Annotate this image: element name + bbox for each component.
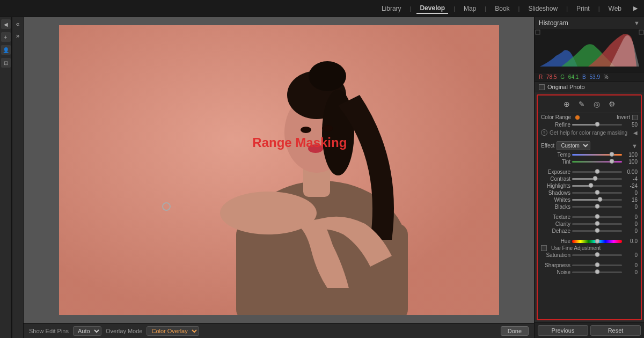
clarity-track[interactable] xyxy=(572,223,622,225)
nav-book[interactable]: Book xyxy=(492,4,513,13)
refine-thumb[interactable] xyxy=(595,122,599,127)
texture-track[interactable] xyxy=(572,216,622,218)
whites-row: Whites 16 xyxy=(538,196,641,203)
hue-thumb[interactable] xyxy=(595,239,599,244)
g-label: G xyxy=(560,74,565,80)
refine-value: 50 xyxy=(624,122,638,128)
exposure-track[interactable] xyxy=(572,171,622,173)
color-range-icon[interactable]: ◎ xyxy=(592,99,601,109)
contrast-thumb[interactable] xyxy=(592,176,597,181)
previous-button[interactable]: Previous xyxy=(538,325,588,336)
show-edit-pins-dropdown[interactable]: Auto xyxy=(73,326,101,336)
collapse-icon[interactable]: » xyxy=(13,31,23,41)
sharpness-value: 0 xyxy=(624,262,638,268)
hue-track[interactable] xyxy=(572,240,622,243)
settings-icon[interactable]: ⚙ xyxy=(608,99,617,109)
temp-row: Temp 100 xyxy=(538,151,641,158)
temp-track[interactable] xyxy=(572,154,622,156)
dehaze-row: Dehaze 0 xyxy=(538,227,641,234)
nav-sep-3: | xyxy=(485,5,486,12)
whites-track[interactable] xyxy=(572,199,622,201)
fine-adj-checkbox[interactable] xyxy=(541,245,547,251)
highlights-value: -24 xyxy=(624,183,638,189)
sharpness-thumb[interactable] xyxy=(595,262,599,267)
dehaze-value: 0 xyxy=(624,228,638,234)
whites-thumb[interactable] xyxy=(598,197,603,202)
saturation-label: Saturation xyxy=(541,252,570,258)
nav-slideshow[interactable]: Slideshow xyxy=(525,4,561,13)
shadows-track[interactable] xyxy=(572,192,622,194)
left-sidebar: ◀ + 👤 ⊡ xyxy=(0,17,12,338)
nav-develop[interactable]: Develop xyxy=(416,3,448,14)
nav-arrow-icon: ▶ xyxy=(633,5,638,12)
tint-thumb[interactable] xyxy=(610,159,614,164)
sidebar-add-btn[interactable]: + xyxy=(1,32,11,42)
temp-label: Temp xyxy=(541,152,570,158)
sidebar-crop-btn[interactable]: ⊡ xyxy=(1,58,11,68)
whites-fill xyxy=(572,199,600,201)
contrast-label: Contrast xyxy=(541,176,570,182)
exposure-thumb[interactable] xyxy=(595,169,599,174)
dehaze-thumb[interactable] xyxy=(595,228,599,233)
mask-pin[interactable] xyxy=(162,202,171,211)
nav-print[interactable]: Print xyxy=(573,4,593,13)
nav-library[interactable]: Library xyxy=(378,4,405,13)
noise-thumb[interactable] xyxy=(595,269,599,274)
temp-thumb[interactable] xyxy=(610,152,614,157)
tint-value: 100 xyxy=(624,159,638,165)
hue-label: Hue xyxy=(541,238,570,244)
texture-label: Texture xyxy=(541,214,570,220)
noise-row: Noise 0 xyxy=(538,269,641,276)
blacks-label: Blacks xyxy=(541,204,570,210)
hue-row: Hue 0.0 xyxy=(538,238,641,245)
exposure-row: Exposure 0.00 xyxy=(538,168,641,175)
invert-checkbox[interactable] xyxy=(632,115,638,120)
contrast-track[interactable] xyxy=(572,178,622,180)
clarity-row: Clarity 0 xyxy=(538,221,641,227)
sidebar-portrait-btn[interactable]: 👤 xyxy=(1,45,11,55)
noise-track[interactable] xyxy=(572,271,622,273)
fine-adj-row: Use Fine Adjustment xyxy=(538,245,641,252)
refine-track[interactable] xyxy=(572,124,622,126)
blacks-track[interactable] xyxy=(572,206,622,208)
histogram-title: Histogram xyxy=(539,19,568,27)
saturation-thumb[interactable] xyxy=(595,252,599,257)
sidebar-expand-btn[interactable]: ◀ xyxy=(1,19,11,29)
effect-dropdown[interactable]: Custom xyxy=(557,141,590,150)
blacks-thumb[interactable] xyxy=(595,204,599,209)
b-value: 53.9 xyxy=(590,74,600,80)
texture-thumb[interactable] xyxy=(595,214,599,219)
shadows-value: 0 xyxy=(624,190,638,196)
tint-track[interactable] xyxy=(572,161,622,163)
brush-icon[interactable]: ✎ xyxy=(577,99,586,109)
reset-button[interactable]: Reset xyxy=(590,325,641,336)
dehaze-track[interactable] xyxy=(572,230,622,232)
done-button[interactable]: Done xyxy=(501,326,529,336)
help-icon[interactable]: ? xyxy=(541,129,547,136)
exposure-value: 0.00 xyxy=(624,169,638,175)
expand-icon[interactable]: « xyxy=(13,19,23,29)
nav-sep-6: | xyxy=(598,5,600,12)
nav-sep-5: | xyxy=(566,5,568,12)
original-photo-checkbox[interactable] xyxy=(539,84,545,90)
mask-tools-section: ⊕ ✎ ◎ ⚙ Color Range Invert Refine 50 xyxy=(537,94,642,320)
overlay-mode-dropdown[interactable]: Color Overlay xyxy=(147,326,199,336)
effect-expand-icon[interactable]: ▼ xyxy=(632,143,638,149)
highlights-track[interactable] xyxy=(572,185,622,187)
nav-web[interactable]: Web xyxy=(605,4,625,13)
photo-area: Range Masking xyxy=(24,17,534,323)
nav-map[interactable]: Map xyxy=(460,4,479,13)
saturation-row: Saturation 0 xyxy=(538,252,641,259)
highlights-thumb[interactable] xyxy=(589,183,594,188)
saturation-track[interactable] xyxy=(572,254,622,256)
help-arrow-icon: ◀ xyxy=(633,130,638,136)
whites-label: Whites xyxy=(541,197,570,203)
clarity-label: Clarity xyxy=(541,221,570,227)
subject-select-icon[interactable]: ⊕ xyxy=(562,99,571,109)
sharpness-track[interactable] xyxy=(572,264,622,266)
clarity-thumb[interactable] xyxy=(595,221,599,226)
refine-fill xyxy=(572,124,597,126)
shadows-thumb[interactable] xyxy=(595,190,599,195)
blacks-row: Blacks 0 xyxy=(538,203,641,210)
effect-row: Effect Custom ▼ xyxy=(538,140,641,151)
